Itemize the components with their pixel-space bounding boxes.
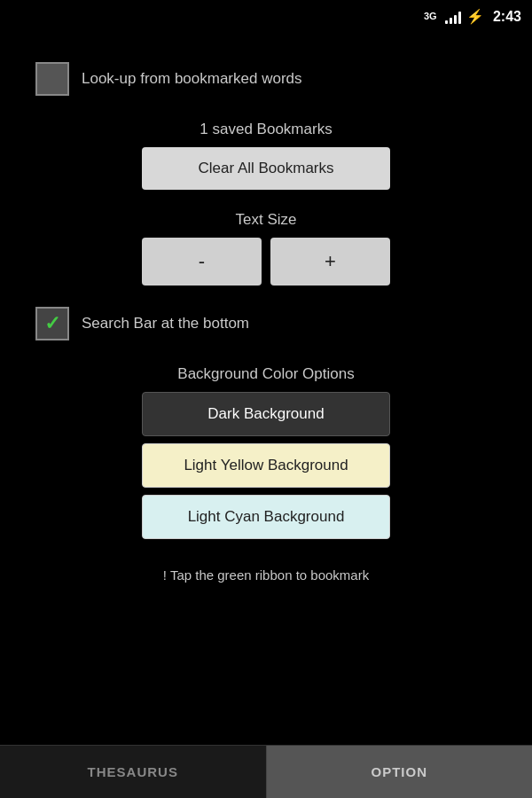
textsize-label: Text Size [236, 211, 297, 229]
main-content: Look-up from bookmarked words 1 saved Bo… [0, 44, 532, 745]
light-yellow-background-button[interactable]: Light Yellow Background [142, 443, 390, 488]
tab-thesaurus[interactable]: THESAURUS [0, 746, 266, 798]
checkmark-icon: ✓ [44, 314, 60, 333]
bottom-tab-bar: THESAURUS OPTION [0, 745, 532, 798]
network-icon: 3G [424, 7, 440, 26]
lookup-checkbox[interactable] [35, 62, 69, 96]
svg-text:3G: 3G [424, 11, 437, 21]
bookmarks-section: 1 saved Bookmarks Clear All Bookmarks [35, 121, 497, 190]
saved-bookmarks-label: 1 saved Bookmarks [200, 121, 332, 138]
textsize-decrease-button[interactable]: - [142, 238, 262, 286]
tap-hint: ! Tap the green ribbon to bookmark [163, 567, 369, 583]
dark-background-button[interactable]: Dark Background [142, 392, 390, 436]
status-bar: 3G ⚡ 2:43 [413, 0, 532, 33]
searchbar-checkbox-row: ✓ Search Bar at the bottom [35, 307, 497, 340]
clear-bookmarks-button[interactable]: Clear All Bookmarks [142, 147, 390, 190]
textsize-buttons: - + [142, 238, 390, 286]
textsize-increase-button[interactable]: + [270, 238, 390, 286]
lookup-label: Look-up from bookmarked words [82, 70, 302, 88]
light-cyan-background-button[interactable]: Light Cyan Background [142, 495, 390, 539]
lookup-checkbox-row: Look-up from bookmarked words [35, 62, 497, 96]
tab-option[interactable]: OPTION [267, 746, 533, 798]
textsize-section: Text Size - + [35, 211, 497, 286]
battery-icon: ⚡ [466, 8, 484, 25]
searchbar-checkbox[interactable]: ✓ [35, 307, 69, 340]
bg-section-label: Background Color Options [177, 365, 354, 383]
signal-icon [445, 10, 461, 24]
clock: 2:43 [493, 9, 521, 25]
searchbar-label: Search Bar at the bottom [82, 315, 249, 332]
bg-color-section: Background Color Options Dark Background… [35, 365, 497, 546]
